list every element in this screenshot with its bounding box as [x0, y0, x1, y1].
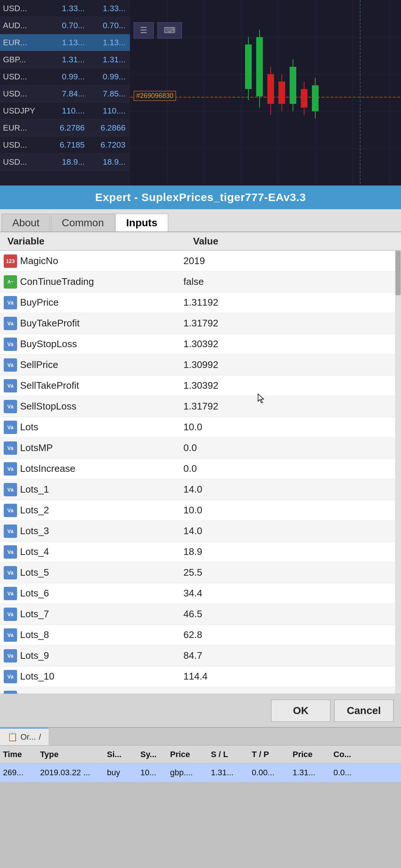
table-row[interactable]: Va Lots_3 14.0 [0, 521, 401, 542]
tab-about[interactable]: About [1, 214, 50, 231]
table-row[interactable]: Va SellTakeProfit 1.30392 [0, 375, 401, 396]
market-price2: 7.85... [85, 89, 125, 99]
market-symbol: USD... [3, 89, 44, 99]
market-row[interactable]: USDJPY 110.... 110.... [0, 102, 130, 119]
orders-col-header: Co... [330, 750, 368, 759]
row-variable-value: 1.31792 [176, 318, 401, 329]
market-panel: USD... 1.33... 1.33... AUD... 0.70... 0.… [0, 0, 130, 185]
market-row[interactable]: GBP... 1.31... 1.31... [0, 51, 130, 68]
status-bar [0, 782, 401, 868]
table-row[interactable]: Va Lots 10.0 [0, 417, 401, 438]
row-variable-value: 1.31792 [176, 401, 401, 412]
table-row[interactable]: Va Lots_9 84.7 [0, 645, 401, 666]
table-row[interactable]: Va Lots_5 25.5 [0, 562, 401, 583]
row-type-icon: Va [4, 504, 17, 517]
row-variable-name: LotsMP [20, 442, 176, 454]
table-row[interactable]: Va BuyStopLoss 1.30392 [0, 334, 401, 355]
table-row[interactable]: Va BuyPrice 1.31192 [0, 292, 401, 313]
market-row[interactable]: USD... 0.99... 0.99... [0, 68, 130, 85]
crosshair-label: #269096830 [134, 91, 176, 101]
market-symbol: USDJPY [3, 106, 44, 116]
market-price1: 6.7185 [44, 140, 85, 150]
market-row[interactable]: USD... 7.84... 7.85... [0, 85, 130, 102]
tab-inputs[interactable]: Inputs [115, 214, 168, 231]
table-row[interactable]: Va LotsMP 0.0 [0, 438, 401, 458]
row-variable-name: Lots_5 [20, 567, 176, 578]
table-row[interactable]: A~ ConTinueTrading false [0, 272, 401, 292]
market-price2: 18.9... [85, 157, 125, 167]
hamburger-icon: ☰ [140, 26, 147, 35]
chart-toolbar: ☰ ⌨ [134, 22, 182, 39]
orders-cell: 10... [137, 768, 167, 777]
row-variable-name: Lots_4 [20, 546, 176, 558]
market-row[interactable]: EUR... 1.13... 1.13... [0, 34, 130, 51]
row-variable-name: Lots_2 [20, 504, 176, 516]
market-price2: 0.99... [85, 72, 125, 82]
orders-tab[interactable]: 📋 Or... / [0, 728, 49, 745]
table-scroll-thumb[interactable] [395, 251, 401, 295]
row-variable-value: 1.30392 [176, 380, 401, 391]
market-symbol: GBP... [3, 55, 44, 65]
svg-rect-23 [278, 82, 285, 104]
orders-cell: 0.0... [330, 768, 368, 777]
cancel-button[interactable]: Cancel [334, 700, 394, 722]
table-row[interactable]: Va LotsIncrease 0.0 [0, 458, 401, 479]
row-type-icon: Va [4, 545, 17, 559]
orders-cell: 269... [0, 768, 37, 777]
market-row[interactable]: USD... 6.7185 6.7203 [0, 137, 130, 154]
row-type-icon: Va [4, 462, 17, 476]
dialog-buttons: OK Cancel [0, 694, 401, 727]
table-row[interactable]: Va Lots_7 46.5 [0, 604, 401, 625]
table-row[interactable]: Va Lots_8 62.8 [0, 625, 401, 645]
market-price1: 1.31... [44, 55, 85, 65]
orders-col-header: Price [167, 750, 208, 759]
row-type-icon: Va [4, 421, 17, 434]
row-variable-value: 18.9 [176, 546, 401, 558]
row-type-icon: Va [4, 317, 17, 330]
table-row[interactable]: Va Lots_2 10.0 [0, 500, 401, 521]
row-variable-name: Lots_3 [20, 525, 176, 537]
keyboard-btn[interactable]: ⌨ [157, 22, 182, 39]
orders-cell: 0.00... [249, 768, 290, 777]
row-type-icon: Va [4, 649, 17, 662]
chart-panel: ☰ ⌨ #269096830 [130, 0, 401, 185]
market-price1: 1.33... [44, 4, 85, 13]
market-row[interactable]: AUD... 0.70... 0.70... [0, 17, 130, 34]
table-row[interactable]: Va SellPrice 1.30992 [0, 355, 401, 375]
row-variable-name: ConTinueTrading [20, 276, 176, 287]
market-price2: 6.7203 [85, 140, 125, 150]
row-variable-name: Lots_9 [20, 650, 176, 661]
market-price2: 6.2866 [85, 123, 125, 133]
row-type-icon: 123 [4, 254, 17, 268]
hamburger-menu-btn[interactable]: ☰ [134, 22, 154, 39]
row-variable-name: LotsIncrease [20, 463, 176, 474]
table-row[interactable]: Va Lots_6 34.4 [0, 583, 401, 604]
row-variable-value: 34.4 [176, 588, 401, 599]
table-row[interactable]: Va Lots_4 18.9 [0, 542, 401, 562]
row-variable-value: 0.0 [176, 442, 401, 454]
orders-col-header: Si... [104, 750, 137, 759]
orders-cell: 1.31... [290, 768, 330, 777]
table-row[interactable]: Va BuyTakeProfit 1.31792 [0, 313, 401, 334]
table-row[interactable]: Va SellStopLoss 1.31792 [0, 396, 401, 417]
row-variable-name: SellStopLoss [20, 401, 176, 412]
market-row[interactable]: USD... 18.9... 18.9... [0, 154, 130, 171]
tab-common[interactable]: Common [51, 214, 115, 231]
col-variable-header: Variable [0, 236, 186, 247]
ok-button[interactable]: OK [271, 700, 330, 722]
orders-row[interactable]: 269...2019.03.22 ...buy10...gbp....1.31.… [0, 763, 401, 782]
market-price1: 7.84... [44, 89, 85, 99]
market-price1: 110.... [44, 106, 85, 116]
svg-rect-26 [290, 67, 296, 104]
row-variable-name: MagicNo [20, 255, 176, 267]
table-row[interactable]: Va Lots_10 114.4 [0, 666, 401, 687]
table-row[interactable]: 123 MagicNo 2019 [0, 251, 401, 272]
row-variable-value: 1.31192 [176, 297, 401, 308]
row-type-icon: Va [4, 670, 17, 683]
market-row[interactable]: USD... 1.33... 1.33... [0, 0, 130, 17]
market-row[interactable]: EUR... 6.2786 6.2866 [0, 119, 130, 137]
orders-cell: gbp.... [167, 768, 208, 777]
keyboard-icon: ⌨ [164, 26, 176, 35]
table-row[interactable]: Va Lots_1 14.0 [0, 479, 401, 500]
orders-header: TimeTypeSi...Sy...PriceS / LT / PPriceCo… [0, 746, 401, 763]
